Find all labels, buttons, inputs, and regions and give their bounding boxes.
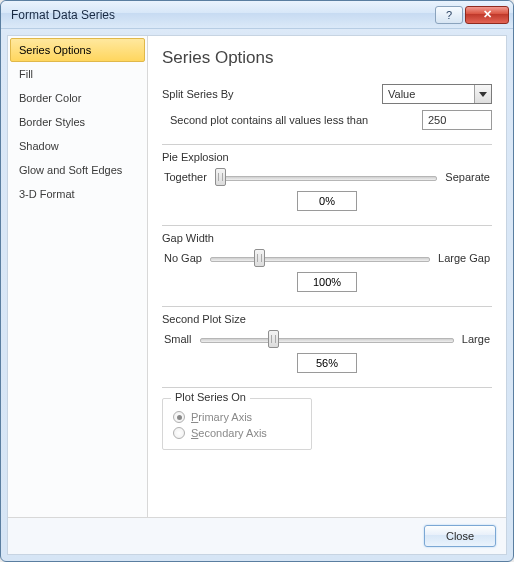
- second-plot-size-title: Second Plot Size: [162, 313, 492, 325]
- second-plot-threshold-label: Second plot contains all values less tha…: [170, 114, 368, 126]
- gap-width-max: Large Gap: [438, 252, 490, 264]
- second-plot-threshold-input[interactable]: 250: [422, 110, 492, 130]
- sidebar-item-glow-and-soft-edges[interactable]: Glow and Soft Edges: [10, 158, 145, 182]
- split-by-label: Split Series By: [162, 88, 234, 100]
- second-plot-size-group: Second Plot Size Small Large 56%: [162, 306, 492, 373]
- radio-icon: [173, 411, 185, 423]
- sidebar-item-3-d-format[interactable]: 3-D Format: [10, 182, 145, 206]
- sidebar-item-border-styles[interactable]: Border Styles: [10, 110, 145, 134]
- sidebar-item-fill[interactable]: Fill: [10, 62, 145, 86]
- plot-series-on-group: Plot Series On Primary Axis Secondary Ax…: [162, 398, 312, 450]
- dialog-footer: Close: [8, 517, 506, 554]
- pie-explosion-value[interactable]: 0%: [297, 191, 357, 211]
- window-title: Format Data Series: [11, 8, 435, 22]
- dialog-window: Format Data Series ? ✕ Series OptionsFil…: [0, 0, 514, 562]
- pie-explosion-max: Separate: [445, 171, 490, 183]
- split-by-select[interactable]: Value: [382, 84, 492, 104]
- slider-thumb-icon[interactable]: [268, 330, 279, 348]
- pie-explosion-group: Pie Explosion Together Separate 0%: [162, 144, 492, 211]
- sidebar: Series OptionsFillBorder ColorBorder Sty…: [8, 36, 148, 517]
- close-button[interactable]: Close: [424, 525, 496, 547]
- sidebar-item-shadow[interactable]: Shadow: [10, 134, 145, 158]
- plot-series-on-title: Plot Series On: [171, 391, 250, 403]
- slider-thumb-icon[interactable]: [254, 249, 265, 267]
- pie-explosion-title: Pie Explosion: [162, 151, 492, 163]
- client-area: Series OptionsFillBorder ColorBorder Sty…: [7, 35, 507, 555]
- gap-width-title: Gap Width: [162, 232, 492, 244]
- titlebar: Format Data Series ? ✕: [1, 1, 513, 29]
- second-plot-size-min: Small: [164, 333, 192, 345]
- slider-thumb-icon[interactable]: [215, 168, 226, 186]
- second-plot-size-slider[interactable]: [200, 331, 454, 347]
- gap-width-group: Gap Width No Gap Large Gap 100%: [162, 225, 492, 292]
- primary-axis-radio: Primary Axis: [173, 411, 301, 423]
- sidebar-item-border-color[interactable]: Border Color: [10, 86, 145, 110]
- secondary-axis-radio: Secondary Axis: [173, 427, 301, 439]
- section-title: Series Options: [162, 48, 492, 68]
- close-window-button[interactable]: ✕: [465, 6, 509, 24]
- second-plot-size-value[interactable]: 56%: [297, 353, 357, 373]
- pie-explosion-slider[interactable]: [215, 169, 438, 185]
- sidebar-item-series-options[interactable]: Series Options: [10, 38, 145, 62]
- content-pane: Series Options Split Series By Value Sec…: [148, 36, 506, 517]
- radio-icon: [173, 427, 185, 439]
- second-plot-size-max: Large: [462, 333, 490, 345]
- gap-width-min: No Gap: [164, 252, 202, 264]
- chevron-down-icon: [474, 85, 491, 103]
- gap-width-slider[interactable]: [210, 250, 430, 266]
- gap-width-value[interactable]: 100%: [297, 272, 357, 292]
- help-button[interactable]: ?: [435, 6, 463, 24]
- pie-explosion-min: Together: [164, 171, 207, 183]
